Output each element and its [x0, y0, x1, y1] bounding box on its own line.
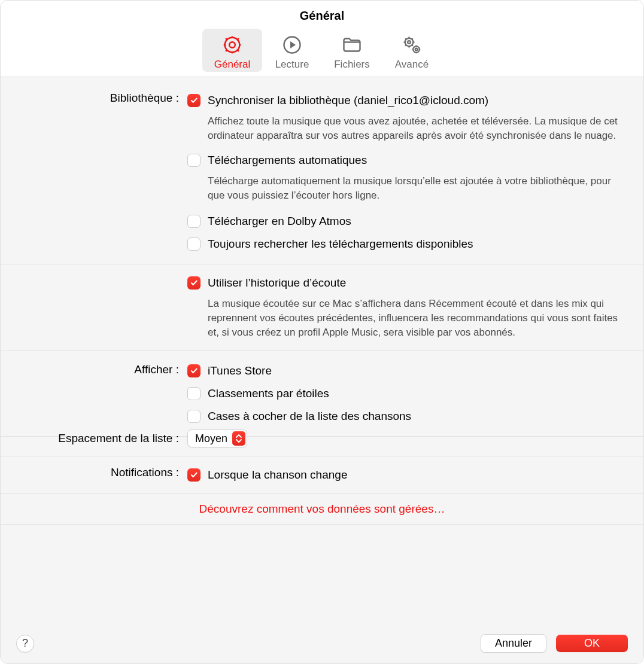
dolby-atmos-label: Télécharger en Dolby Atmos — [208, 214, 351, 229]
svg-point-4 — [408, 41, 411, 44]
svg-point-3 — [405, 38, 414, 47]
checkbox-sync-library[interactable] — [187, 94, 201, 107]
checkbox-itunes-store[interactable] — [187, 364, 201, 377]
label-list-spacing: Espacement de la liste : — [1, 403, 187, 447]
tab-general-label: Général — [214, 59, 250, 71]
list-spacing-select[interactable]: Moyen — [187, 430, 247, 447]
privacy-link[interactable]: Découvrez comment vos données sont gérée… — [199, 502, 445, 515]
cancel-button[interactable]: Annuler — [481, 634, 546, 653]
auto-downloads-desc: Télécharge automatiquement la musique lo… — [208, 174, 619, 203]
section-privacy-link: Découvrez comment vos données sont gérée… — [1, 494, 643, 525]
svg-point-1 — [225, 38, 240, 53]
tab-advanced-label: Avancé — [395, 59, 429, 71]
svg-point-0 — [229, 42, 235, 48]
itunes-store-label: iTunes Store — [208, 363, 272, 379]
folder-icon — [339, 32, 364, 57]
help-icon: ? — [22, 637, 28, 650]
tab-files[interactable]: Fichiers — [322, 29, 382, 72]
preferences-window: Général Général Lecture — [0, 0, 644, 664]
sync-library-label: Synchroniser la bibliothèque (daniel_ric… — [208, 93, 488, 108]
footer: ? Annuler OK — [1, 623, 643, 663]
gears-icon — [399, 32, 424, 57]
gear-icon — [220, 32, 245, 57]
always-check-label: Toujours rechercher les téléchargements … — [208, 236, 473, 252]
use-history-label: Utiliser l’historique d’écoute — [208, 275, 346, 291]
list-spacing-value: Moyen — [195, 432, 232, 445]
label-notifications: Notifications : — [1, 465, 187, 485]
sync-library-desc: Affichez toute la musique que vous avez … — [208, 114, 619, 143]
tab-playback-label: Lecture — [275, 59, 309, 71]
star-ratings-label: Classements par étoiles — [208, 386, 329, 401]
help-button[interactable]: ? — [16, 635, 34, 653]
window-title: Général — [1, 1, 643, 23]
checkbox-song-changes[interactable] — [187, 468, 201, 482]
tab-playback[interactable]: Lecture — [262, 29, 322, 72]
label-library: Bibliothèque : — [1, 90, 187, 255]
svg-point-6 — [415, 48, 418, 51]
section-history: Utiliser l’historique d’écoute La musiqu… — [1, 264, 643, 351]
label-show: Afficher : — [1, 363, 179, 376]
use-history-desc: La musique écoutée sur ce Mac s’afficher… — [208, 297, 619, 340]
tab-toolbar: Général Lecture Fichiers — [1, 23, 643, 77]
section-notifications: Notifications : Lorsque la chanson chang… — [1, 456, 643, 494]
checkbox-auto-downloads[interactable] — [187, 154, 201, 167]
section-library: Bibliothèque : Synchroniser la bibliothè… — [1, 77, 643, 264]
checkbox-always-check-downloads[interactable] — [187, 237, 201, 251]
ok-button[interactable]: OK — [556, 635, 628, 652]
auto-downloads-label: Téléchargements automatiques — [208, 153, 367, 168]
checkbox-dolby-atmos[interactable] — [187, 215, 201, 228]
song-changes-label: Lorsque la chanson change — [208, 467, 347, 483]
section-list-spacing: Espacement de la liste : Moyen — [1, 403, 643, 456]
cancel-button-label: Annuler — [495, 637, 532, 649]
tab-files-label: Fichiers — [334, 59, 370, 71]
svg-point-5 — [413, 46, 420, 53]
updown-icon — [232, 431, 245, 446]
content-area: Bibliothèque : Synchroniser la bibliothè… — [1, 77, 643, 623]
ok-button-label: OK — [584, 637, 600, 649]
tab-advanced[interactable]: Avancé — [382, 29, 442, 72]
checkbox-use-history[interactable] — [187, 276, 201, 290]
checkbox-star-ratings[interactable] — [187, 387, 201, 400]
play-circle-icon — [280, 32, 305, 57]
tab-general[interactable]: Général — [202, 29, 262, 72]
